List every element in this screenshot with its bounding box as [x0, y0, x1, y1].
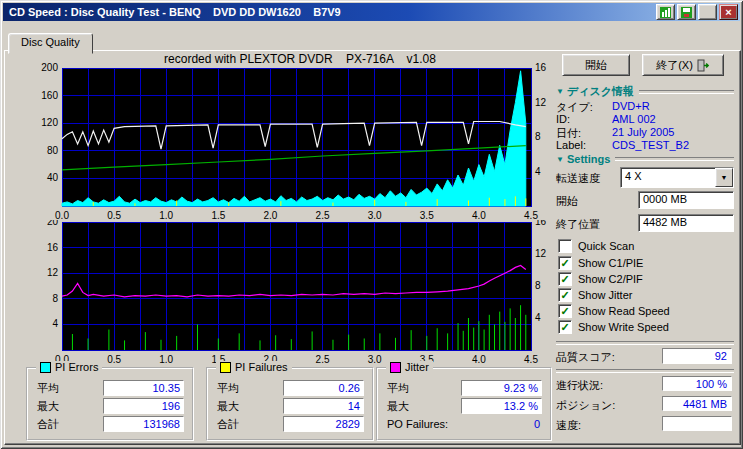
- pi-failures-group-title: PI Failures: [216, 361, 292, 373]
- checkbox-quick-scan[interactable]: Quick Scan: [558, 239, 634, 253]
- end-position-label: 終了位置: [556, 217, 600, 232]
- quality-score-label: 品質スコア:: [556, 350, 615, 365]
- progress-value: 100 %: [662, 376, 732, 391]
- start-position-input[interactable]: 0000 MB: [638, 191, 734, 209]
- svg-text:8: 8: [535, 280, 541, 291]
- transfer-speed-label: 転送速度: [556, 171, 600, 186]
- start-button[interactable]: 開始: [562, 54, 630, 76]
- window-title: CD Speed : Disc Quality Test - BENQ DVD …: [5, 6, 654, 18]
- disc-label-value: CDS_TEST_B2: [612, 139, 689, 151]
- tab-disc-quality[interactable]: Disc Quality: [8, 33, 93, 54]
- jitter-group: Jitter 平均 9.23 % 最大 13.2 % PO Failures: …: [376, 367, 552, 441]
- checkbox-label: Show Read Speed: [578, 305, 670, 317]
- check-icon: ✓: [560, 322, 569, 332]
- checkbox-box[interactable]: ✓: [558, 320, 572, 334]
- checkbox-label: Show C1/PIE: [578, 257, 643, 269]
- svg-text:12: 12: [535, 248, 547, 259]
- svg-text:2.5: 2.5: [316, 354, 330, 365]
- end-position-input[interactable]: 4482 MB: [638, 214, 734, 232]
- checkbox-show-c1-pie[interactable]: ✓ Show C1/PIE: [558, 256, 643, 270]
- disc-id-label: ID:: [556, 113, 570, 125]
- settings-header-label: Settings: [567, 153, 610, 165]
- svg-text:8: 8: [535, 131, 541, 142]
- svg-text:4: 4: [535, 312, 541, 323]
- pi-errors-maximum-value: 196: [103, 398, 184, 414]
- svg-text:40: 40: [47, 172, 59, 183]
- svg-text:12: 12: [535, 97, 547, 108]
- chevron-down-icon: ▼: [556, 155, 564, 164]
- chevron-down-icon[interactable]: ▼: [715, 168, 733, 187]
- svg-text:0.5: 0.5: [107, 354, 121, 365]
- checkbox-label: Quick Scan: [578, 240, 634, 252]
- pi-errors-average-value: 10.35: [103, 380, 184, 396]
- jitter-maximum-value: 13.2 %: [461, 398, 542, 414]
- svg-text:16: 16: [535, 220, 547, 227]
- jitter-title-label: Jitter: [405, 361, 429, 373]
- graph-icon: [660, 7, 671, 18]
- stat-row: 合計 131968: [28, 416, 192, 432]
- checkbox-box[interactable]: ✓: [558, 304, 572, 318]
- stat-row: 合計 2829: [208, 416, 372, 432]
- close-icon: ×: [725, 7, 731, 17]
- checkbox-box[interactable]: [558, 239, 572, 253]
- close-button[interactable]: ×: [719, 4, 738, 20]
- jitter-chart: 481216204812160.00.51.01.52.02.53.03.54.…: [8, 220, 548, 368]
- checkbox-show-read-speed[interactable]: ✓ Show Read Speed: [558, 304, 670, 318]
- pi-errors-chart: 40801201602004812160.00.51.01.52.02.53.0…: [8, 62, 548, 222]
- checkbox-label: Show C2/PIF: [578, 273, 643, 285]
- pi-failures-average-value: 0.26: [283, 380, 364, 396]
- svg-text:3.0: 3.0: [368, 354, 382, 365]
- svg-text:160: 160: [41, 90, 58, 101]
- checkbox-show-c2-pif[interactable]: ✓ Show C2/PIF: [558, 272, 643, 286]
- pi-errors-group: PI Errors 平均 10.35 最大 196 合計 131968: [26, 367, 194, 441]
- po-failures-value: 0: [534, 418, 540, 430]
- pi-errors-title-label: PI Errors: [55, 361, 98, 373]
- transfer-speed-select[interactable]: 4 X ▼: [620, 167, 734, 188]
- stat-row: 最大 14: [208, 398, 372, 414]
- disc-info-header[interactable]: ▼ ディスク情報: [556, 84, 734, 99]
- jitter-average-value: 9.23 %: [461, 380, 542, 396]
- pi-errors-swatch-icon: [40, 362, 51, 373]
- settings-header[interactable]: ▼ Settings: [556, 153, 734, 165]
- svg-text:1.0: 1.0: [159, 354, 173, 365]
- svg-text:4: 4: [52, 318, 58, 329]
- pi-failures-total-value: 2829: [283, 416, 364, 432]
- stat-row: 最大 13.2 %: [378, 398, 550, 414]
- exit-button-label: 終了(X): [656, 58, 693, 73]
- exit-button[interactable]: 終了(X): [642, 54, 724, 76]
- checkbox-box[interactable]: ✓: [558, 272, 572, 286]
- pi-failures-maximum-value: 14: [283, 398, 364, 414]
- disc-info-header-label: ディスク情報: [567, 84, 634, 99]
- divider: [556, 341, 734, 345]
- pi-failures-group: PI Failures 平均 0.26 最大 14 合計 2829: [206, 367, 374, 441]
- checkbox-show-jitter[interactable]: ✓ Show Jitter: [558, 288, 632, 302]
- pi-errors-total-value: 131968: [103, 416, 184, 432]
- divider: [556, 369, 734, 373]
- pi-failures-title-label: PI Failures: [235, 361, 288, 373]
- svg-text:8: 8: [52, 293, 58, 304]
- stat-row: 平均 9.23 %: [378, 380, 550, 396]
- svg-text:4.0: 4.0: [472, 354, 486, 365]
- titlebar[interactable]: CD Speed : Disc Quality Test - BENQ DVD …: [3, 3, 740, 21]
- svg-text:200: 200: [41, 62, 58, 73]
- disc-type-value: DVD+R: [612, 100, 650, 112]
- titlebar-save-icon-button[interactable]: [677, 4, 696, 20]
- po-failures-label: PO Failures:: [387, 418, 448, 430]
- average-label: 平均: [217, 381, 239, 396]
- minimize-button[interactable]: [698, 4, 717, 20]
- checkbox-box[interactable]: ✓: [558, 288, 572, 302]
- maximum-label: 最大: [217, 399, 239, 414]
- stat-row: PO Failures: 0: [378, 417, 550, 433]
- checkbox-show-write-speed[interactable]: ✓ Show Write Speed: [558, 320, 669, 334]
- transfer-speed-value: 4 X: [621, 168, 715, 187]
- tab-label: Disc Quality: [21, 36, 80, 48]
- titlebar-graph-icon-button[interactable]: [656, 4, 675, 20]
- header-divider: [639, 90, 734, 94]
- checkbox-box[interactable]: ✓: [558, 256, 572, 270]
- stat-row: 最大 196: [28, 398, 192, 414]
- disc-label-label: Label:: [556, 139, 586, 151]
- header-divider: [615, 157, 734, 161]
- svg-text:4.5: 4.5: [524, 354, 538, 365]
- check-icon: ✓: [560, 274, 569, 284]
- average-label: 平均: [387, 381, 409, 396]
